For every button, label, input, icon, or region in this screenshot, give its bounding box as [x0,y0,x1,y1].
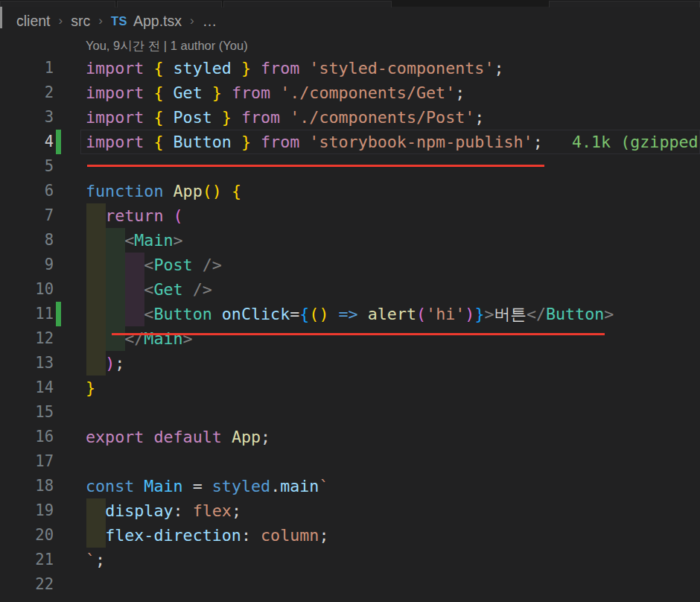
code-line[interactable]: <Get /> [86,277,699,302]
code-line[interactable]: return ( [86,203,699,228]
line-number[interactable]: 4 [0,130,54,154]
line-number[interactable]: 17 [0,449,54,474]
line-number[interactable]: 2 [0,80,54,105]
line-number[interactable]: 22 [0,572,54,597]
line-number[interactable]: 14 [0,376,54,400]
line-number[interactable]: 8 [0,228,54,253]
breadcrumb: client › src › TS App.tsx › … [16,8,217,34]
tab-segment[interactable] [117,1,222,7]
line-number[interactable]: 12 [0,326,54,351]
line-number[interactable]: 11 [0,302,54,326]
code-line[interactable] [86,449,699,474]
code-line[interactable]: <Main> [86,228,699,253]
line-number[interactable]: 6 [0,179,54,203]
code-line[interactable]: <Button onClick={() => alert('hi')}>버튼</… [86,302,699,326]
line-number[interactable]: 3 [0,105,54,130]
tab-segment[interactable] [549,1,700,7]
tab-segment[interactable] [0,1,115,7]
code-line[interactable]: import { styled } from 'styled-component… [86,56,699,80]
code-text-area[interactable]: import { styled } from 'styled-component… [86,56,699,597]
line-number[interactable]: 7 [0,203,54,228]
code-line[interactable]: } [86,376,699,400]
line-number[interactable]: 13 [0,351,54,376]
breadcrumb-overflow[interactable]: … [203,13,217,30]
line-number-gutter: 12345678910111213141516171819202122 [0,56,54,597]
line-number[interactable]: 18 [0,474,54,498]
git-gutter-added[interactable] [56,130,61,154]
breadcrumb-file-label: App.tsx [133,13,182,30]
code-line[interactable]: <Post /> [86,253,699,277]
codelens-git-blame[interactable]: You, 9시간 전 | 1 author (You) [86,37,248,54]
tab-bar [0,0,700,7]
chevron-right-icon: › [59,13,63,28]
chevron-right-icon: › [190,13,194,28]
line-number[interactable]: 21 [0,548,54,572]
line-number[interactable]: 5 [0,154,54,179]
line-number[interactable]: 10 [0,277,54,302]
code-line[interactable] [86,572,699,597]
breadcrumb-item-client[interactable]: client [16,13,51,30]
code-line[interactable]: `; [86,548,699,572]
code-line[interactable]: </Main> [86,326,699,351]
code-line[interactable]: import { Get } from './components/Get'; [86,80,699,105]
breadcrumb-item-src[interactable]: src [71,13,90,30]
line-number[interactable]: 1 [0,56,54,80]
left-edge-sliver [0,7,2,28]
code-editor[interactable]: client › src › TS App.tsx › … You, 9시간 전… [0,0,700,602]
git-gutter-added[interactable] [56,302,61,326]
code-line[interactable] [86,400,699,425]
chevron-right-icon: › [98,13,103,28]
code-line[interactable]: flex-direction: column; [86,523,699,548]
line-number[interactable]: 15 [0,400,54,425]
code-line[interactable]: import { Post } from './components/Post'… [86,105,699,130]
code-line[interactable]: display: flex; [86,498,699,523]
code-line[interactable]: ); [86,351,699,376]
code-line[interactable]: function App() { [86,179,699,203]
line-number[interactable]: 16 [0,425,54,449]
error-underline [112,333,605,335]
line-number[interactable]: 9 [0,253,54,277]
code-line[interactable]: import { Button } from 'storybook-npm-pu… [86,130,699,154]
error-underline [87,165,544,167]
line-number[interactable]: 20 [0,523,54,548]
tab-segment[interactable] [223,1,392,7]
code-line[interactable]: export default App; [86,425,699,449]
typescript-file-icon: TS [111,14,127,28]
breadcrumb-item-file[interactable]: TS App.tsx [111,13,182,30]
code-line[interactable]: const Main = styled.main` [86,474,699,498]
line-number[interactable]: 19 [0,498,54,523]
